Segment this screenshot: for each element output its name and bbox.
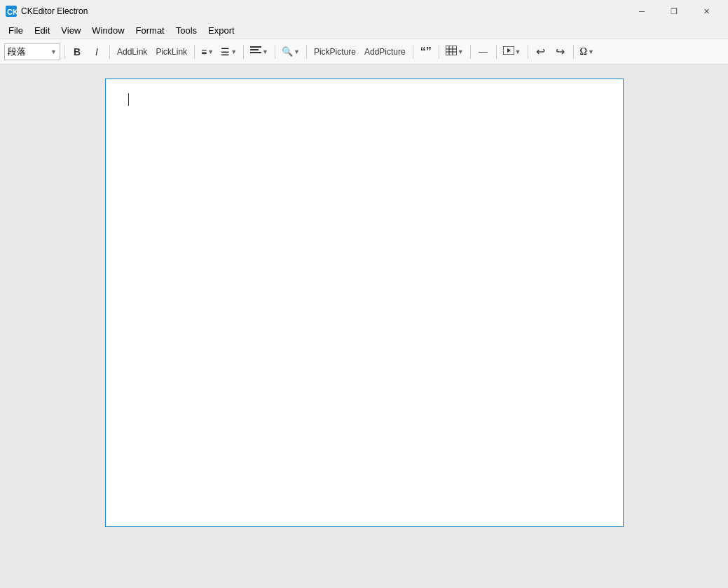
align-chevron-icon: ▼ xyxy=(262,48,268,55)
redo-button[interactable]: ↪ xyxy=(551,43,570,61)
picklink-button[interactable]: PickLink xyxy=(152,43,191,61)
svg-text:CK: CK xyxy=(7,8,17,16)
special-chars-dropdown[interactable]: Ω ▼ xyxy=(577,43,597,61)
unordered-list-dropdown[interactable]: ☰ ▼ xyxy=(218,43,240,61)
editor-canvas[interactable] xyxy=(105,78,624,527)
editor-cursor xyxy=(128,93,129,106)
separator-8 xyxy=(439,45,439,59)
paragraph-chevron-icon: ▼ xyxy=(50,48,57,55)
paragraph-style-label: 段落 xyxy=(8,46,26,58)
minimize-button[interactable]: ─ xyxy=(626,0,658,22)
media-chevron-icon: ▼ xyxy=(515,48,521,55)
menu-edit[interactable]: Edit xyxy=(29,22,55,39)
table-dropdown[interactable]: ▼ xyxy=(443,43,467,61)
addlink-label: AddLink xyxy=(117,47,147,57)
menubar: File Edit View Window Format Tools Expor… xyxy=(0,22,728,39)
window-title: CKEditor Electron xyxy=(21,6,626,16)
menu-window[interactable]: Window xyxy=(86,22,130,39)
separator-11 xyxy=(528,45,528,59)
svg-rect-2 xyxy=(250,46,261,48)
pickpicture-label: PickPicture xyxy=(314,47,356,57)
special-chars-chevron-icon: ▼ xyxy=(588,48,594,55)
ordered-list-dropdown[interactable]: ≡ ▼ xyxy=(198,43,217,61)
toolbar: 段落 ▼ B I AddLink PickLink ≡ ▼ ☰ ▼ ▼ xyxy=(0,39,728,64)
close-button[interactable]: ✕ xyxy=(690,0,722,22)
separator-7 xyxy=(413,45,413,59)
separator-9 xyxy=(470,45,471,59)
addpicture-label: AddPicture xyxy=(364,47,406,57)
separator-3 xyxy=(194,45,195,59)
horizontal-rule-button[interactable]: — xyxy=(474,43,493,61)
pickpicture-button[interactable]: PickPicture xyxy=(310,43,359,61)
svg-marker-11 xyxy=(507,48,511,53)
menu-format[interactable]: Format xyxy=(130,22,170,39)
separator-5 xyxy=(275,45,275,59)
table-chevron-icon: ▼ xyxy=(458,48,464,55)
media-embed-dropdown[interactable]: ▼ xyxy=(500,43,524,61)
separator-1 xyxy=(64,45,64,59)
separator-6 xyxy=(306,45,307,59)
italic-button[interactable]: I xyxy=(88,43,106,61)
restore-button[interactable]: ❒ xyxy=(658,0,690,22)
undo-button[interactable]: ↩ xyxy=(532,43,550,61)
titlebar: CK CKEditor Electron ─ ❒ ✕ xyxy=(0,0,728,22)
svg-rect-5 xyxy=(446,46,457,55)
menu-file[interactable]: File xyxy=(3,22,29,39)
omega-label: Ω xyxy=(580,46,587,57)
bold-button[interactable]: B xyxy=(68,43,86,61)
table-icon xyxy=(446,46,457,57)
separator-4 xyxy=(243,45,244,59)
align-dropdown[interactable]: ▼ xyxy=(247,43,271,61)
svg-rect-3 xyxy=(250,49,259,50)
separator-2 xyxy=(109,45,110,59)
separator-10 xyxy=(496,45,497,59)
align-icon xyxy=(250,46,261,57)
quote-label: “” xyxy=(420,46,432,58)
find-replace-dropdown[interactable]: 🔍 ▼ xyxy=(279,43,303,61)
ordered-list-chevron-icon: ▼ xyxy=(207,48,214,55)
menu-export[interactable]: Export xyxy=(202,22,240,39)
search-chevron-icon: ▼ xyxy=(294,48,300,55)
ordered-list-icon: ≡ xyxy=(201,46,207,57)
menu-tools[interactable]: Tools xyxy=(170,22,202,39)
content-area xyxy=(0,64,728,588)
search-icon: 🔍 xyxy=(282,46,293,57)
paragraph-style-select[interactable]: 段落 ▼ xyxy=(4,43,60,60)
media-icon xyxy=(503,46,514,57)
addlink-button[interactable]: AddLink xyxy=(114,43,151,61)
separator-12 xyxy=(573,45,574,59)
window-controls: ─ ❒ ✕ xyxy=(626,0,722,22)
picklink-label: PickLink xyxy=(156,47,187,57)
menu-view[interactable]: View xyxy=(55,22,86,39)
unordered-list-chevron-icon: ▼ xyxy=(231,48,237,55)
svg-rect-4 xyxy=(250,52,261,53)
app-icon: CK xyxy=(6,6,17,17)
unordered-list-icon: ☰ xyxy=(221,46,230,57)
quote-button[interactable]: “” xyxy=(417,43,435,61)
addpicture-button[interactable]: AddPicture xyxy=(361,43,409,61)
